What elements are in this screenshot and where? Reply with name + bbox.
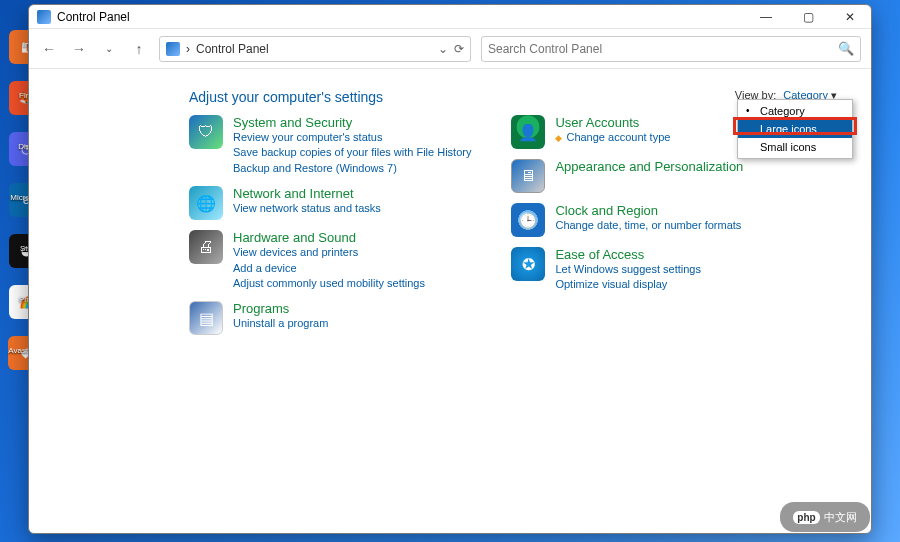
category-hardware: 🖨 Hardware and Sound View devices and pr… (189, 230, 471, 291)
task-link[interactable]: Let Windows suggest settings (555, 262, 701, 277)
watermark-badge: php中文网 (780, 502, 870, 532)
category-link[interactable]: Clock and Region (555, 203, 741, 218)
search-input[interactable] (488, 42, 832, 56)
task-link[interactable]: Add a device (233, 261, 425, 276)
menu-item-large-icons[interactable]: Large icons (738, 120, 852, 138)
control-panel-icon (166, 42, 180, 56)
monitor-icon: 🖥 (511, 159, 545, 193)
task-link[interactable]: View devices and printers (233, 245, 425, 260)
printer-icon: 🖨 (189, 230, 223, 264)
category-ease-of-access: ✪ Ease of Access Let Windows suggest set… (511, 247, 761, 293)
task-link[interactable]: Optimize visual display (555, 277, 701, 292)
maximize-button[interactable]: ▢ (787, 5, 829, 29)
titlebar: Control Panel — ▢ ✕ (29, 5, 871, 29)
task-link[interactable]: Adjust commonly used mobility settings (233, 276, 425, 291)
control-panel-window: Control Panel — ▢ ✕ ← → ⌄ ↑ › Control Pa… (28, 4, 872, 534)
content-pane: Adjust your computer's settings View by:… (29, 69, 871, 533)
category-link[interactable]: Network and Internet (233, 186, 381, 201)
breadcrumb[interactable]: Control Panel (196, 42, 432, 56)
category-link[interactable]: System and Security (233, 115, 471, 130)
accessibility-icon: ✪ (511, 247, 545, 281)
category-link[interactable]: Programs (233, 301, 328, 316)
programs-icon: ▤ (189, 301, 223, 335)
view-by-menu: Category Large icons Small icons (737, 99, 853, 159)
category-user-accounts: 👤 User Accounts Change account type (511, 115, 761, 149)
back-button[interactable]: ← (39, 39, 59, 59)
task-link[interactable]: Save backup copies of your files with Fi… (233, 145, 471, 160)
task-link[interactable]: Backup and Restore (Windows 7) (233, 161, 471, 176)
category-appearance: 🖥 Appearance and Personalization (511, 159, 761, 193)
menu-item-category[interactable]: Category (738, 102, 852, 120)
shield-icon: 🛡 (189, 115, 223, 149)
clock-icon: 🕒 (511, 203, 545, 237)
address-bar[interactable]: › Control Panel ⌄ ⟳ (159, 36, 471, 62)
task-link[interactable]: Change account type (555, 130, 670, 145)
category-column-right: 👤 User Accounts Change account type 🖥 Ap… (511, 115, 761, 335)
close-button[interactable]: ✕ (829, 5, 871, 29)
category-system-security: 🛡 System and Security Review your comput… (189, 115, 471, 176)
category-column-left: 🛡 System and Security Review your comput… (189, 115, 471, 335)
recent-chevron-icon[interactable]: ⌄ (99, 39, 119, 59)
category-clock-region: 🕒 Clock and Region Change date, time, or… (511, 203, 761, 237)
category-link[interactable]: User Accounts (555, 115, 670, 130)
refresh-button[interactable]: ⟳ (454, 42, 464, 56)
control-panel-icon (37, 10, 51, 24)
task-link[interactable]: Uninstall a program (233, 316, 328, 331)
up-button[interactable]: ↑ (129, 39, 149, 59)
menu-item-small-icons[interactable]: Small icons (738, 138, 852, 156)
category-link[interactable]: Hardware and Sound (233, 230, 425, 245)
search-icon[interactable]: 🔍 (838, 41, 854, 56)
category-programs: ▤ Programs Uninstall a program (189, 301, 471, 335)
window-title: Control Panel (57, 10, 130, 24)
breadcrumb-sep: › (186, 42, 190, 56)
category-link[interactable]: Appearance and Personalization (555, 159, 743, 174)
user-icon: 👤 (511, 115, 545, 149)
address-chevron-icon[interactable]: ⌄ (438, 42, 448, 56)
nav-row: ← → ⌄ ↑ › Control Panel ⌄ ⟳ 🔍 (29, 29, 871, 69)
task-link[interactable]: Change date, time, or number formats (555, 218, 741, 233)
category-link[interactable]: Ease of Access (555, 247, 701, 262)
forward-button[interactable]: → (69, 39, 89, 59)
category-network: 🌐 Network and Internet View network stat… (189, 186, 471, 220)
search-box[interactable]: 🔍 (481, 36, 861, 62)
minimize-button[interactable]: — (745, 5, 787, 29)
task-link[interactable]: Review your computer's status (233, 130, 471, 145)
task-link[interactable]: View network status and tasks (233, 201, 381, 216)
globe-icon: 🌐 (189, 186, 223, 220)
